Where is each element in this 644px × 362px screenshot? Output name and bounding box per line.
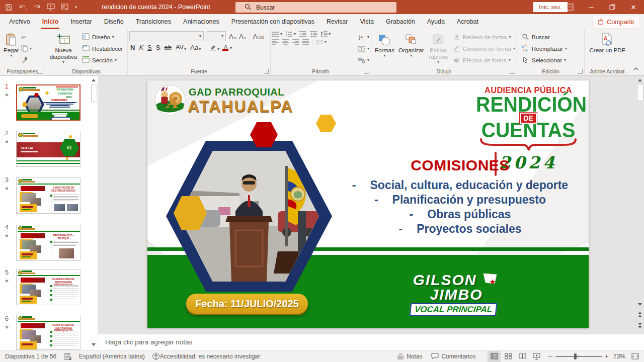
comisiones-text-box[interactable]: COMISIONES -Social, cultura, educación y… (334, 157, 587, 236)
slideshow-view-button[interactable] (530, 351, 543, 362)
change-case-button[interactable]: Aa▾ (190, 44, 201, 51)
highlight-color-button[interactable]: ▾ (205, 44, 219, 51)
language-indicator[interactable]: Español (América latina) (79, 353, 145, 360)
paste-button[interactable]: Pegar ▾ (2, 31, 21, 67)
next-slide-button[interactable] (637, 322, 643, 328)
text-direction-button[interactable]: A▾ (358, 32, 369, 42)
restore-button[interactable] (602, 0, 623, 14)
paragraph-dialog-launcher[interactable] (364, 69, 369, 74)
redo-icon[interactable] (33, 4, 41, 11)
strikethrough-button[interactable]: ab (164, 44, 171, 51)
zoom-level[interactable]: 73% (613, 353, 625, 360)
scrollbar-thumb[interactable] (637, 84, 643, 101)
tab-insertar[interactable]: Insertar (64, 14, 98, 29)
underline-button[interactable]: S (147, 44, 152, 51)
scrollbar-thumb[interactable] (91, 84, 97, 102)
minimize-button[interactable]: ─ (581, 0, 602, 14)
new-slide-button[interactable]: Nueva diapositiva ▾ (47, 31, 80, 67)
animation-star-icon[interactable]: ★ (5, 139, 9, 144)
close-button[interactable]: ✕ (623, 0, 644, 14)
tab-revisar[interactable]: Revisar (320, 14, 354, 29)
animation-star-icon[interactable]: ★ (5, 92, 9, 98)
format-painter-button[interactable] (21, 55, 32, 65)
gad-atahualpa-logo[interactable]: A (154, 84, 186, 116)
scroll-down-arrow[interactable] (637, 301, 643, 307)
font-dialog-launcher[interactable] (264, 69, 269, 74)
main-scrollbar[interactable] (636, 77, 643, 333)
tab-archivo[interactable]: Archivo (3, 14, 36, 29)
align-left-button[interactable] (272, 39, 279, 45)
undo-icon[interactable] (19, 4, 27, 11)
font-name-combo[interactable]: ▾ (129, 31, 204, 41)
italic-button[interactable]: K (139, 44, 143, 51)
fit-to-window-button[interactable] (631, 353, 639, 359)
notes-pane[interactable]: Haga clic para agregar notas (98, 334, 644, 350)
notes-toggle[interactable]: Notas (397, 353, 422, 360)
normal-view-button[interactable] (488, 351, 501, 362)
thumbnail-scrollbar[interactable] (91, 76, 97, 350)
align-right-button[interactable] (292, 39, 299, 45)
section-button[interactable]: Sección▾ (82, 55, 123, 65)
decrease-indent-button[interactable] (299, 31, 306, 37)
zoom-out-button[interactable]: ─ (548, 353, 552, 360)
layout-button[interactable]: Diseño▾ (82, 32, 123, 42)
numbering-button[interactable]: 12▾ (286, 31, 296, 37)
copy-button[interactable]: ▾ (21, 44, 32, 54)
tab-diseno[interactable]: Diseño (98, 14, 130, 29)
logo-text-gad-parroquial[interactable]: GAD PARROQUIAL (189, 86, 284, 98)
date-pill[interactable]: Fecha: 11/JULIO/2025 (186, 294, 308, 314)
animation-star-icon[interactable]: ★ (5, 186, 9, 191)
align-text-button[interactable]: ▾ (358, 44, 369, 54)
increase-indent-button[interactable] (310, 31, 317, 37)
slide-thumbnail-1[interactable]: RENDICIÓN CUENTAS 2024 COMISIONES (16, 84, 80, 121)
zoom-slider[interactable] (555, 356, 602, 357)
tab-presentacion[interactable]: Presentación con diapositivas (225, 14, 320, 29)
collapse-ribbon-button[interactable] (633, 64, 639, 73)
tab-animaciones[interactable]: Animaciones (177, 14, 225, 29)
editing-dialog-launcher[interactable] (578, 69, 583, 74)
bold-button[interactable]: N (130, 44, 135, 51)
select-button[interactable]: Seleccionar▾ (522, 55, 567, 65)
slide-sorter-view-button[interactable] (502, 351, 515, 362)
animation-star-icon[interactable]: ★ (5, 324, 9, 330)
start-slideshow-icon[interactable] (47, 4, 55, 11)
shrink-font-button[interactable]: A˅ (239, 33, 246, 40)
arrange-button[interactable]: Organizar ▾ (396, 31, 426, 67)
animation-star-icon[interactable]: ★ (5, 233, 9, 238)
scroll-up-arrow[interactable] (637, 77, 643, 83)
slide-1-editor[interactable]: A GAD PARROQUIAL ATAHUALPA AUDIENCIA PÚB… (147, 80, 589, 328)
slide-thumbnail-5[interactable]: PLANIFICACIÓN DE FESTIVIDADES PARROQUIAL… (16, 269, 80, 305)
text-shadow-button[interactable]: S (156, 44, 160, 51)
character-spacing-button[interactable]: AV▾ (176, 43, 186, 51)
clipboard-dialog-launcher[interactable] (38, 69, 43, 74)
slide-master-icon[interactable] (61, 4, 69, 11)
convert-smartart-button[interactable]: ▾ (358, 55, 369, 65)
zoom-slider-thumb[interactable] (574, 353, 577, 359)
justify-button[interactable] (302, 39, 309, 45)
comments-toggle[interactable]: Comentarios (431, 353, 475, 360)
line-spacing-button[interactable]: ▾ (320, 31, 331, 37)
tab-ayuda[interactable]: Ayuda (421, 14, 451, 29)
font-color-button[interactable]: A▾ (223, 45, 232, 50)
small-gold-hexagon[interactable] (316, 115, 336, 132)
bullets-button[interactable]: ▾ (272, 31, 282, 37)
font-size-combo[interactable]: ▾ (207, 31, 226, 41)
animation-star-icon[interactable]: ★ (5, 278, 9, 284)
search-input[interactable]: Buscar (235, 2, 396, 13)
reading-view-button[interactable] (516, 351, 529, 362)
find-button[interactable]: Buscar (522, 32, 567, 42)
proofing-error-icon[interactable] (64, 353, 72, 360)
tab-acrobat[interactable]: Acrobat (451, 14, 485, 29)
tab-vista[interactable]: Vista (354, 14, 380, 29)
replace-button[interactable]: bcReemplazar▾ (522, 44, 567, 54)
previous-slide-button[interactable] (637, 311, 643, 317)
accessibility-status[interactable]: Accesibilidad: es necesario investigar (160, 353, 260, 360)
cut-button[interactable]: ✂ (21, 32, 32, 42)
tab-transiciones[interactable]: Transiciones (130, 14, 177, 29)
share-button[interactable]: Compartir (592, 16, 640, 29)
slide-thumbnail-2[interactable]: SOCIAL 01 (16, 131, 80, 167)
logo-text-atahualpa[interactable]: ATAHUALPA (188, 97, 293, 116)
slide-thumbnail-4[interactable]: PROGRAMA ECO - TRUEQUE (16, 225, 80, 261)
save-icon[interactable] (5, 4, 13, 11)
author-block[interactable]: GILSON JIMBO VOCAL PRINCIPAL (403, 273, 504, 316)
